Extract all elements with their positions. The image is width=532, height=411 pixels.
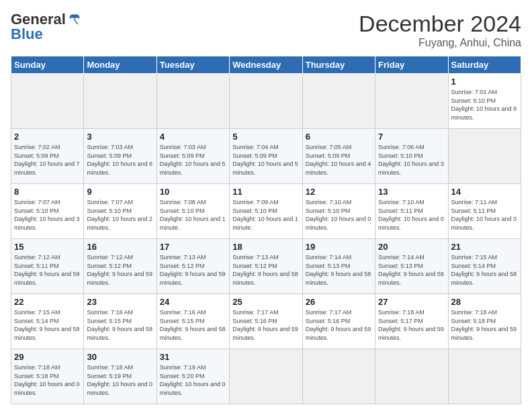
day-number: 31 (160, 352, 226, 362)
calendar-day-cell: 20Sunrise: 7:14 AMSunset: 5:13 PMDayligh… (375, 239, 448, 294)
calendar-day-cell: 28Sunrise: 7:18 AMSunset: 5:18 PMDayligh… (448, 294, 521, 349)
day-info: Sunrise: 7:08 AMSunset: 5:10 PMDaylight:… (160, 198, 226, 232)
day-of-week-header: Friday (375, 56, 448, 74)
empty-cell (302, 74, 375, 129)
calendar-day-cell: 23Sunrise: 7:16 AMSunset: 5:15 PMDayligh… (84, 294, 157, 349)
day-number: 8 (14, 187, 81, 197)
day-info: Sunrise: 7:07 AMSunset: 5:10 PMDaylight:… (14, 198, 81, 232)
calendar-week-row: 2Sunrise: 7:02 AMSunset: 5:09 PMDaylight… (11, 129, 521, 184)
day-info: Sunrise: 7:12 AMSunset: 5:12 PMDaylight:… (87, 253, 153, 287)
day-info: Sunrise: 7:13 AMSunset: 5:12 PMDaylight:… (160, 253, 226, 287)
calendar-day-cell: 1Sunrise: 7:01 AMSunset: 5:10 PMDaylight… (448, 74, 521, 129)
day-info: Sunrise: 7:03 AMSunset: 5:09 PMDaylight:… (87, 143, 153, 177)
empty-cell (84, 74, 157, 129)
day-info: Sunrise: 7:17 AMSunset: 5:16 PMDaylight:… (306, 308, 372, 342)
day-info: Sunrise: 7:09 AMSunset: 5:10 PMDaylight:… (232, 198, 299, 232)
day-number: 15 (14, 242, 81, 252)
day-number: 6 (306, 132, 372, 142)
logo-bird-icon (67, 12, 82, 27)
calendar-day-cell: 5Sunrise: 7:04 AMSunset: 5:09 PMDaylight… (230, 129, 302, 184)
day-of-week-header: Tuesday (157, 56, 229, 74)
day-number: 18 (232, 242, 299, 252)
calendar-container: General Blue December 2024 Fuyang, Anhui… (0, 0, 532, 411)
day-number: 23 (87, 297, 153, 307)
day-info: Sunrise: 7:14 AMSunset: 5:13 PMDaylight:… (378, 253, 445, 287)
day-info: Sunrise: 7:04 AMSunset: 5:09 PMDaylight:… (232, 143, 299, 177)
day-info: Sunrise: 7:10 AMSunset: 5:11 PMDaylight:… (378, 198, 445, 232)
calendar-day-cell: 2Sunrise: 7:02 AMSunset: 5:09 PMDaylight… (11, 129, 84, 184)
calendar-day-cell: 15Sunrise: 7:12 AMSunset: 5:11 PMDayligh… (11, 239, 84, 294)
day-number: 13 (378, 187, 445, 197)
month-title: December 2024 (359, 11, 521, 37)
calendar-day-cell: 7Sunrise: 7:06 AMSunset: 5:10 PMDaylight… (375, 129, 448, 184)
calendar-day-cell: 11Sunrise: 7:09 AMSunset: 5:10 PMDayligh… (230, 184, 302, 239)
calendar-day-cell: 30Sunrise: 7:18 AMSunset: 5:19 PMDayligh… (84, 349, 157, 404)
calendar-day-cell: 17Sunrise: 7:13 AMSunset: 5:12 PMDayligh… (157, 239, 229, 294)
day-number: 28 (451, 297, 518, 307)
logo: General Blue (11, 11, 82, 43)
day-number: 26 (306, 297, 372, 307)
calendar-day-cell: 9Sunrise: 7:07 AMSunset: 5:10 PMDaylight… (84, 184, 157, 239)
calendar-day-cell: 22Sunrise: 7:15 AMSunset: 5:14 PMDayligh… (11, 294, 84, 349)
day-info: Sunrise: 7:13 AMSunset: 5:12 PMDaylight:… (232, 253, 299, 287)
calendar-day-cell: 3Sunrise: 7:03 AMSunset: 5:09 PMDaylight… (84, 129, 157, 184)
empty-cell (230, 349, 302, 404)
day-info: Sunrise: 7:18 AMSunset: 5:18 PMDaylight:… (14, 363, 81, 397)
day-number: 11 (232, 187, 299, 197)
day-info: Sunrise: 7:18 AMSunset: 5:18 PMDaylight:… (451, 308, 518, 342)
day-of-week-header: Thursday (302, 56, 375, 74)
calendar-header: SundayMondayTuesdayWednesdayThursdayFrid… (11, 56, 521, 74)
empty-cell (11, 74, 84, 129)
day-info: Sunrise: 7:06 AMSunset: 5:10 PMDaylight:… (378, 143, 445, 177)
day-info: Sunrise: 7:16 AMSunset: 5:15 PMDaylight:… (87, 308, 153, 342)
day-number: 16 (87, 242, 153, 252)
title-block: December 2024 Fuyang, Anhui, China (359, 11, 521, 49)
empty-cell (448, 129, 521, 184)
day-info: Sunrise: 7:18 AMSunset: 5:17 PMDaylight:… (378, 308, 445, 342)
day-of-week-header: Monday (84, 56, 157, 74)
day-info: Sunrise: 7:15 AMSunset: 5:14 PMDaylight:… (14, 308, 81, 342)
day-of-week-header: Sunday (11, 56, 84, 74)
calendar-table: SundayMondayTuesdayWednesdayThursdayFrid… (11, 56, 521, 404)
day-info: Sunrise: 7:15 AMSunset: 5:14 PMDaylight:… (451, 253, 518, 287)
empty-cell (230, 74, 302, 129)
day-number: 30 (87, 352, 153, 362)
calendar-day-cell: 18Sunrise: 7:13 AMSunset: 5:12 PMDayligh… (230, 239, 302, 294)
day-number: 21 (451, 242, 518, 252)
day-number: 12 (306, 187, 372, 197)
day-number: 10 (160, 187, 226, 197)
calendar-week-row: 29Sunrise: 7:18 AMSunset: 5:18 PMDayligh… (11, 349, 521, 404)
day-info: Sunrise: 7:18 AMSunset: 5:19 PMDaylight:… (87, 363, 153, 397)
logo-blue-text: Blue (11, 26, 43, 43)
calendar-day-cell: 6Sunrise: 7:05 AMSunset: 5:09 PMDaylight… (302, 129, 375, 184)
day-info: Sunrise: 7:10 AMSunset: 5:10 PMDaylight:… (306, 198, 372, 232)
day-number: 7 (378, 132, 445, 142)
day-number: 2 (14, 132, 81, 142)
day-number: 29 (14, 352, 81, 362)
day-number: 9 (87, 187, 153, 197)
day-number: 20 (378, 242, 445, 252)
day-info: Sunrise: 7:02 AMSunset: 5:09 PMDaylight:… (14, 143, 81, 177)
day-info: Sunrise: 7:12 AMSunset: 5:11 PMDaylight:… (14, 253, 81, 287)
calendar-body: 1Sunrise: 7:01 AMSunset: 5:10 PMDaylight… (11, 74, 521, 404)
calendar-day-cell: 4Sunrise: 7:03 AMSunset: 5:09 PMDaylight… (157, 129, 229, 184)
empty-cell (375, 74, 448, 129)
header: General Blue December 2024 Fuyang, Anhui… (11, 11, 521, 49)
day-info: Sunrise: 7:03 AMSunset: 5:09 PMDaylight:… (160, 143, 226, 177)
calendar-day-cell: 21Sunrise: 7:15 AMSunset: 5:14 PMDayligh… (448, 239, 521, 294)
calendar-day-cell: 13Sunrise: 7:10 AMSunset: 5:11 PMDayligh… (375, 184, 448, 239)
calendar-day-cell: 25Sunrise: 7:17 AMSunset: 5:16 PMDayligh… (230, 294, 302, 349)
calendar-week-row: 15Sunrise: 7:12 AMSunset: 5:11 PMDayligh… (11, 239, 521, 294)
day-number: 27 (378, 297, 445, 307)
day-number: 14 (451, 187, 518, 197)
day-number: 1 (451, 77, 518, 87)
day-number: 24 (160, 297, 226, 307)
empty-cell (448, 349, 521, 404)
day-info: Sunrise: 7:05 AMSunset: 5:09 PMDaylight:… (306, 143, 372, 177)
calendar-day-cell: 16Sunrise: 7:12 AMSunset: 5:12 PMDayligh… (84, 239, 157, 294)
calendar-day-cell: 14Sunrise: 7:11 AMSunset: 5:11 PMDayligh… (448, 184, 521, 239)
day-number: 3 (87, 132, 153, 142)
calendar-week-row: 22Sunrise: 7:15 AMSunset: 5:14 PMDayligh… (11, 294, 521, 349)
empty-cell (302, 349, 375, 404)
calendar-day-cell: 8Sunrise: 7:07 AMSunset: 5:10 PMDaylight… (11, 184, 84, 239)
